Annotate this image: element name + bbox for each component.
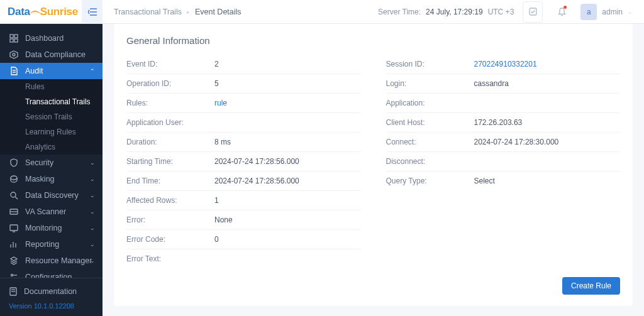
svg-point-8 <box>13 53 15 56</box>
info-value: 2024-07-24 17:28:56.000 <box>214 157 299 166</box>
info-value: Select <box>474 177 495 185</box>
info-value: 1 <box>214 196 219 205</box>
sidebar-item-reporting[interactable]: Reporting⌄ <box>0 236 103 253</box>
info-value-link[interactable]: rule <box>214 99 227 107</box>
sidebar-sub-learning-rules[interactable]: Learning Rules <box>0 124 103 139</box>
resources-icon <box>9 256 18 265</box>
sidebar-label: VA Scanner <box>25 207 66 216</box>
svg-rect-16 <box>10 225 18 231</box>
info-row: Connect:2024-07-24 17:28:30.000 <box>386 133 621 152</box>
doc-label: Documentation <box>24 287 77 296</box>
username: admin <box>602 8 623 16</box>
chevron-down-icon: ⌄ <box>90 274 95 278</box>
sidebar-label: Data Compliance <box>25 50 86 59</box>
scanner-icon <box>9 207 18 216</box>
info-row: Error Code:0 <box>126 230 361 249</box>
info-value: 172.26.203.63 <box>474 118 523 127</box>
sidebar-doc-link[interactable]: Documentation <box>9 285 94 298</box>
sidebar-item-masking[interactable]: Masking⌄ <box>0 171 103 187</box>
logo[interactable]: DataSunrise <box>8 6 78 18</box>
server-time: Server Time: 24 July, 17:29:19 UTC +3 <box>378 8 514 16</box>
monitoring-icon <box>9 224 18 232</box>
info-row: Operation ID:5 <box>126 74 361 94</box>
info-key: Error Code: <box>126 235 214 244</box>
user-menu[interactable]: a admin ⌄ <box>580 4 633 20</box>
sidebar-sub-analytics[interactable]: Analytics <box>0 139 103 155</box>
info-row: Event ID:2 <box>126 55 361 74</box>
breadcrumb-parent[interactable]: Transactional Trails <box>114 8 182 16</box>
tasks-button[interactable] <box>523 1 543 23</box>
bell-icon <box>558 8 566 16</box>
sidebar-sub-transactional-trails[interactable]: Transactional Trails <box>0 94 103 109</box>
config-icon <box>9 273 18 278</box>
info-value: 2024-07-24 17:28:30.000 <box>474 138 559 146</box>
sidebar-item-audit[interactable]: Audit⌃ <box>0 63 103 79</box>
dashboard-icon <box>9 34 18 43</box>
sidebar-item-dashboard[interactable]: Dashboard <box>0 30 103 46</box>
sidebar-item-config[interactable]: Configuration⌄ <box>0 269 103 278</box>
chevron-down-icon: ⌄ <box>90 209 95 215</box>
chevron-down-icon: ⌄ <box>90 176 95 182</box>
menu-collapse-icon <box>88 8 97 16</box>
sidebar-label: Monitoring <box>25 224 62 232</box>
version-label: Version 10.1.0.12208 <box>9 302 94 310</box>
sidebar-label: Resource Manager <box>25 256 92 265</box>
breadcrumb-current: Event Details <box>195 8 242 16</box>
info-value: 2024-07-24 17:28:56.000 <box>214 177 299 185</box>
sidebar-item-discovery[interactable]: Data Discovery⌄ <box>0 187 103 204</box>
info-row: Error Text: <box>126 249 361 268</box>
info-value: 5 <box>214 79 219 88</box>
chevron-down-icon: ⌄ <box>90 241 95 248</box>
info-key: Operation ID: <box>126 79 214 88</box>
sidebar-label: Masking <box>25 175 55 183</box>
sidebar-item-monitoring[interactable]: Monitoring⌄ <box>0 220 103 236</box>
sidebar-sub-rules[interactable]: Rules <box>0 79 103 94</box>
create-rule-button[interactable]: Create Rule <box>562 277 620 295</box>
sidebar-collapse-button[interactable] <box>82 0 103 24</box>
sidebar-item-scanner[interactable]: VA Scanner⌄ <box>0 204 103 220</box>
check-icon <box>529 8 537 16</box>
svg-point-21 <box>11 275 13 276</box>
info-key: Event ID: <box>126 60 214 68</box>
info-key: Rules: <box>126 99 214 107</box>
sidebar-item-resources[interactable]: Resource Manager⌄ <box>0 253 103 269</box>
avatar: a <box>580 4 597 20</box>
security-icon <box>9 158 18 167</box>
info-row: Session ID:270224910332201 <box>386 55 621 74</box>
chevron-down-icon: ⌄ <box>90 258 95 264</box>
notifications-button[interactable] <box>552 1 572 23</box>
info-key: Session ID: <box>386 60 474 68</box>
chevron-up-icon: ⌃ <box>90 68 95 74</box>
breadcrumb: Transactional Trails ▸ Event Details <box>114 8 242 16</box>
sidebar-sub-session-trails[interactable]: Session Trails <box>0 109 103 124</box>
sidebar-item-compliance[interactable]: Data Compliance <box>0 46 103 63</box>
info-key: Error: <box>126 215 214 224</box>
topbar: Transactional Trails ▸ Event Details Ser… <box>103 0 644 24</box>
discovery-icon <box>9 191 18 200</box>
chevron-down-icon: ⌄ <box>90 225 95 231</box>
info-key: Application User: <box>126 118 214 127</box>
info-row: Affected Rows:1 <box>126 191 361 210</box>
svg-rect-3 <box>10 35 13 38</box>
info-value: None <box>214 215 233 224</box>
doc-icon <box>9 287 18 296</box>
info-key: Application: <box>386 99 474 107</box>
sidebar-label: Data Discovery <box>25 191 79 200</box>
info-value: 8 ms <box>214 138 231 146</box>
info-row: Disconnect: <box>386 152 621 172</box>
info-value-link[interactable]: 270224910332201 <box>474 60 537 68</box>
sidebar-item-security[interactable]: Security⌄ <box>0 155 103 171</box>
info-row: Error:None <box>126 210 361 230</box>
info-row: Client Host:172.26.203.63 <box>386 113 621 133</box>
info-key: Query Type: <box>386 177 474 185</box>
sidebar-label: Dashboard <box>25 34 64 43</box>
info-key: Client Host: <box>386 118 474 127</box>
sidebar-label: Audit <box>25 67 43 75</box>
audit-icon <box>9 67 18 75</box>
info-row: Rules:rule <box>126 94 361 113</box>
info-row: End Time:2024-07-24 17:28:56.000 <box>126 172 361 191</box>
info-key: Starting Time: <box>126 157 214 166</box>
svg-line-13 <box>15 197 18 199</box>
info-row: Login:cassandra <box>386 74 621 94</box>
info-value: cassandra <box>474 79 509 88</box>
